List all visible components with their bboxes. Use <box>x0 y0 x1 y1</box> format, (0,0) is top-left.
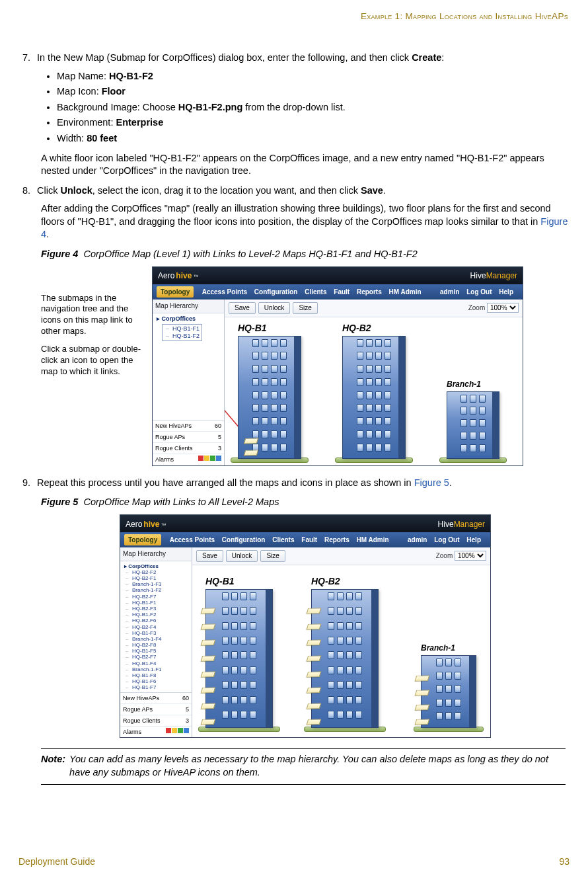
tree-item[interactable]: HQ-B2-F8 <box>124 642 189 648</box>
building-hq-b2[interactable]: HQ-B2 <box>342 322 406 463</box>
zoom-select[interactable]: 100% <box>487 303 519 313</box>
nav-logout[interactable]: Log Out <box>466 288 492 296</box>
tree-item[interactable]: Branch-1-F3 <box>124 581 189 587</box>
tree-item[interactable]: HQ-B1-F3 <box>124 630 189 636</box>
tree-item[interactable]: Branch-1-F2 <box>124 587 189 593</box>
stat-new-hiveaps[interactable]: New HiveAPs60 <box>153 420 224 431</box>
nav-clients[interactable]: Clients <box>272 536 294 543</box>
stat-alarms[interactable]: Alarms <box>120 726 192 737</box>
stat-rogue-aps[interactable]: Rogue APs5 <box>120 703 192 715</box>
floor-map-icon[interactable] <box>307 623 322 629</box>
figure-5-link[interactable]: Figure 5 <box>414 477 449 488</box>
nav-configuration[interactable]: Configuration <box>254 288 298 296</box>
zoom-select[interactable]: 100% <box>455 551 486 561</box>
nav-hm-admin[interactable]: HM Admin <box>389 288 422 296</box>
floor-map-icon[interactable] <box>244 450 259 456</box>
floor-map-icon[interactable] <box>307 719 322 725</box>
building-branch-1[interactable]: Branch-1 <box>447 379 499 462</box>
zoom-label: Zoom <box>436 552 453 559</box>
building-label: HQ-B2 <box>311 575 340 588</box>
tree-item[interactable]: HQ-B2-F3 <box>124 606 189 612</box>
nav-tree[interactable]: ▸ CorpOffices HQ-B2-F2HQ-B2-F1Branch-1-F… <box>120 561 192 692</box>
floor-map-icon[interactable] <box>201 719 216 725</box>
unlock-button[interactable]: Unlock <box>226 550 258 562</box>
nav-topology[interactable]: Topology <box>124 534 161 546</box>
floor-map-icon[interactable] <box>307 687 322 693</box>
nav-access-points[interactable]: Access Points <box>170 536 215 543</box>
tree-item[interactable]: HQ-B1-F7 <box>124 684 189 690</box>
floor-map-icon[interactable] <box>415 719 430 725</box>
floor-map-icon[interactable] <box>307 608 322 614</box>
tree-item[interactable]: HQ-B1-F2 <box>165 333 200 340</box>
map-scene[interactable]: HQ-B1 <box>225 317 523 465</box>
tree-item[interactable]: HQ-B2-F2 <box>124 569 189 575</box>
tree-root[interactable]: ▸ CorpOffices <box>124 563 189 569</box>
product-b: Manager <box>486 271 517 280</box>
stat-rogue-clients[interactable]: Rogue Clients3 <box>120 715 192 726</box>
unlock-button[interactable]: Unlock <box>258 302 291 314</box>
floor-map-icon[interactable] <box>201 671 216 677</box>
tree-item[interactable]: HQ-B1-F1 <box>124 600 189 606</box>
size-button[interactable]: Size <box>293 302 317 314</box>
floor-map-icon[interactable] <box>201 703 216 709</box>
floor-map-icon[interactable] <box>201 687 216 693</box>
floor-map-icon[interactable] <box>307 671 322 677</box>
nav-help[interactable]: Help <box>499 288 513 296</box>
building-label: Branch-1 <box>421 643 455 653</box>
nav-admin[interactable]: admin <box>440 288 459 296</box>
floor-map-icon[interactable] <box>415 704 430 710</box>
nav-fault[interactable]: Fault <box>301 536 317 543</box>
floor-map-icon[interactable] <box>415 675 430 681</box>
building-hq-b1[interactable]: HQ-B1 <box>205 575 273 732</box>
tree-boxed[interactable]: HQ-B1-F1 HQ-B1-F2 <box>162 324 202 342</box>
nav-tree[interactable]: ▸ CorpOffices HQ-B1-F1 HQ-B1-F2 <box>153 313 224 368</box>
nav-fault[interactable]: Fault <box>334 288 349 296</box>
nav-topology[interactable]: Topology <box>157 286 194 298</box>
tree-item[interactable]: HQ-B2-F7 <box>124 654 189 660</box>
tree-item[interactable]: Branch-1-F4 <box>124 636 189 642</box>
nav-access-points[interactable]: Access Points <box>202 288 247 296</box>
building-branch-1[interactable]: Branch-1 <box>421 643 476 731</box>
logo-tm: ™ <box>193 274 198 281</box>
map-scene[interactable]: HQ-B1 <box>192 565 490 735</box>
hm-navbar: Topology Access Points Configuration Cli… <box>153 284 523 300</box>
nav-reports[interactable]: Reports <box>357 288 382 296</box>
nav-admin[interactable]: admin <box>408 536 427 543</box>
tree-item[interactable]: HQ-B1-F6 <box>124 678 189 684</box>
size-button[interactable]: Size <box>260 550 285 562</box>
stat-new-hiveaps[interactable]: New HiveAPs60 <box>120 693 192 703</box>
tree-root[interactable]: ▸ CorpOffices <box>157 315 221 323</box>
tree-item[interactable]: HQ-B1-F2 <box>124 612 189 618</box>
tree-item[interactable]: HQ-B1-F5 <box>124 648 189 654</box>
tree-item[interactable]: HQ-B2-F1 <box>124 575 189 581</box>
tree-item[interactable]: HQ-B2-F6 <box>124 618 189 623</box>
nav-hm-admin[interactable]: HM Admin <box>357 536 389 543</box>
building-hq-b2[interactable]: HQ-B2 <box>311 575 379 732</box>
floor-map-icon[interactable] <box>201 623 216 629</box>
tree-item[interactable]: HQ-B2-F4 <box>124 624 189 630</box>
nav-clients[interactable]: Clients <box>305 288 326 296</box>
floor-map-icon[interactable] <box>415 690 430 696</box>
tree-item[interactable]: HQ-B1-F8 <box>124 672 189 678</box>
stat-rogue-aps[interactable]: Rogue APs5 <box>153 431 224 442</box>
floor-map-icon[interactable] <box>307 703 322 709</box>
tree-item[interactable]: HQ-B1-F1 <box>165 325 200 333</box>
floor-map-icon[interactable] <box>201 655 216 661</box>
tree-item[interactable]: HQ-B1-F4 <box>124 660 189 666</box>
nav-reports[interactable]: Reports <box>324 536 349 543</box>
floor-map-icon[interactable] <box>201 608 216 614</box>
save-button[interactable]: Save <box>196 550 223 562</box>
stat-rogue-clients[interactable]: Rogue Clients3 <box>153 442 224 454</box>
tree-item[interactable]: Branch-1-F1 <box>124 666 189 672</box>
tree-root-label: CorpOffices <box>162 315 196 322</box>
nav-logout[interactable]: Log Out <box>434 536 459 543</box>
floor-map-icon[interactable] <box>307 655 322 661</box>
tree-item[interactable]: HQ-B2-F7 <box>124 594 189 600</box>
floor-map-icon[interactable] <box>201 639 216 645</box>
save-button[interactable]: Save <box>229 302 256 314</box>
nav-configuration[interactable]: Configuration <box>222 536 266 543</box>
stat-alarms[interactable]: Alarms <box>153 454 224 465</box>
floor-map-icon[interactable] <box>307 639 322 645</box>
floor-map-icon[interactable] <box>244 438 259 444</box>
nav-help[interactable]: Help <box>466 536 481 543</box>
